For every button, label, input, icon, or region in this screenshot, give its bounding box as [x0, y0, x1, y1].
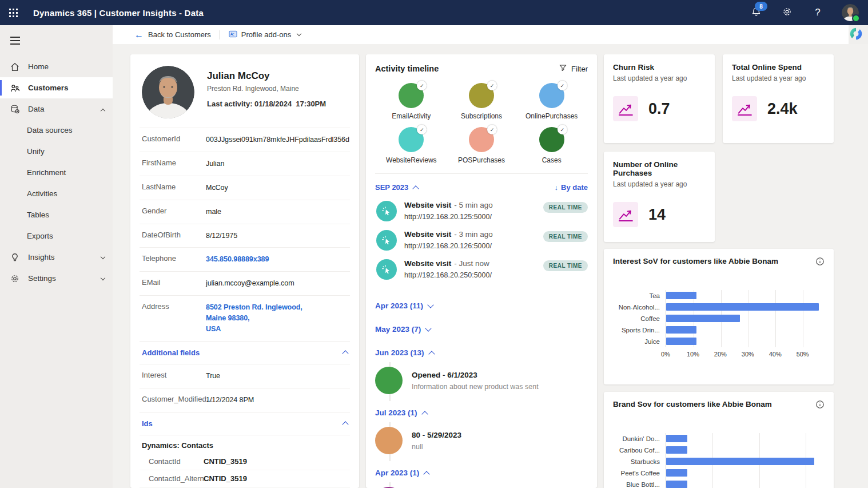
- activity-type-label: WebsiteReviews: [386, 156, 436, 164]
- waffle-icon[interactable]: [0, 0, 26, 25]
- ids-section-header[interactable]: Ids: [140, 412, 350, 435]
- back-label: Back to Customers: [148, 30, 211, 39]
- bar: [666, 446, 687, 454]
- field-value[interactable]: 345.850.98889x389: [206, 254, 269, 265]
- info-icon[interactable]: [815, 257, 825, 266]
- hamburger-menu-button[interactable]: [0, 25, 21, 56]
- line-chart-icon: [613, 202, 638, 227]
- entry-description: null: [412, 443, 461, 451]
- settings-gear-button[interactable]: [780, 6, 794, 19]
- field-value[interactable]: 8502 Preston Rd. Inglewood,Maine 98380,U…: [206, 302, 302, 335]
- sidebar-item-insights[interactable]: Insights: [0, 247, 113, 268]
- id-row-contactid: ContactIdCNTID_3519: [140, 453, 350, 470]
- field-label: DateOfBirth: [142, 231, 206, 239]
- field-label: Customer_Modified...: [142, 395, 206, 403]
- presence-dot: [852, 14, 860, 22]
- sidebar-item-activities[interactable]: Activities: [0, 183, 113, 204]
- activity-type-circle: ✓: [469, 127, 494, 152]
- month-group-may-2023-7[interactable]: May 2023 (7): [375, 318, 588, 341]
- field-label: Interest: [142, 371, 206, 379]
- category-label: Juice: [613, 336, 666, 347]
- entry-url[interactable]: http://192.168.20.125:5000/: [404, 213, 543, 221]
- chevron-down-icon: [96, 274, 105, 283]
- help-button[interactable]: ?: [811, 6, 825, 19]
- realtime-badge: REAL TIME: [543, 202, 588, 213]
- month-group-apr-2023-1[interactable]: Apr 2023 (1): [375, 461, 588, 485]
- month-entry[interactable]: [375, 485, 588, 488]
- sidebar-item-label: Exports: [27, 232, 53, 240]
- activity-type-subscriptions[interactable]: ✓Subscriptions: [447, 83, 517, 120]
- info-icon[interactable]: [815, 400, 825, 409]
- additional-fields-section-header[interactable]: Additional fields: [140, 341, 350, 364]
- sidebar-item-exports[interactable]: Exports: [0, 225, 113, 247]
- entry-time: - 3 min ago: [454, 230, 493, 239]
- check-icon: ✓: [558, 81, 567, 90]
- copilot-icon: [849, 26, 863, 43]
- month-label: Apr 2023 (11): [375, 301, 423, 310]
- sidebar-item-label: Customers: [28, 84, 69, 92]
- category-label: Non-Alcohol...: [613, 301, 666, 313]
- timeline-entry[interactable]: Website visit- 5 min agohttp://192.168.2…: [375, 196, 588, 225]
- axis-tick-label: 50%: [797, 351, 809, 358]
- month-group-apr-2023-11[interactable]: Apr 2023 (11): [375, 294, 588, 318]
- field-value: 003JJgssei091km78mkfeJHFpdilaasFrdl356d: [206, 134, 349, 145]
- notifications-button[interactable]: 8: [749, 6, 763, 19]
- month-group-jul-2023-1[interactable]: Jul 2023 (1): [375, 401, 588, 424]
- id-value: CNTID_3519: [204, 457, 247, 466]
- filter-button[interactable]: Filter: [559, 64, 588, 74]
- entry-url[interactable]: http://192.168.20.250:5000/: [404, 271, 543, 279]
- bar: [666, 458, 814, 465]
- timeline-entry[interactable]: Website visit- Just nowhttp://192.168.20…: [375, 255, 588, 284]
- additional-fields-rows: InterestTrueCustomer_Modified...1/12/202…: [140, 364, 350, 412]
- sidebar-item-settings[interactable]: Settings: [0, 268, 113, 289]
- sidebar-item-label: Tables: [27, 211, 49, 219]
- sidebar-item-tables[interactable]: Tables: [0, 204, 113, 225]
- activity-type-pospurchases[interactable]: ✓POSPurchases: [447, 127, 517, 164]
- axis-tick-label: 30%: [742, 351, 754, 358]
- activity-type-emailactivity[interactable]: ✓EmailActivity: [376, 83, 447, 120]
- timeline-title: Activity timeline: [375, 64, 439, 73]
- activity-type-onlinepurchases[interactable]: ✓OnlinePurchases: [516, 83, 587, 120]
- sidebar-item-customers[interactable]: Customers: [0, 77, 113, 98]
- profile-addons-label: Profile add-ons: [241, 30, 291, 39]
- entry-title: 80 - 5/29/2023: [412, 431, 461, 439]
- axis-tick-label: 40%: [769, 351, 782, 358]
- sort-by-date-button[interactable]: ↓ By date: [555, 183, 588, 192]
- sidebar-item-home[interactable]: Home: [0, 56, 113, 77]
- sidebar-item-data-sources[interactable]: Data sources: [0, 120, 113, 141]
- field-value-line: 8502 Preston Rd. Inglewood,: [206, 302, 302, 313]
- category-label: Starbucks: [613, 456, 666, 467]
- help-icon: ?: [815, 7, 820, 18]
- activity-type-websitereviews[interactable]: ✓WebsiteReviews: [376, 127, 447, 164]
- profile-addons-button[interactable]: A: Profile add-ons: [229, 30, 301, 40]
- bar: [666, 435, 687, 442]
- month-group-jun-2023-13[interactable]: Jun 2023 (13): [375, 341, 588, 364]
- customer-profile-card: Julian McCoy Preston Rd. Inglewood, Main…: [130, 54, 359, 488]
- timeline-entry[interactable]: Website visit- 3 min agohttp://192.168.2…: [375, 225, 588, 255]
- entry-url[interactable]: http://192.168.20.126:5000/: [404, 242, 543, 250]
- chevron-up-icon: [96, 105, 105, 113]
- filter-icon: [559, 64, 567, 74]
- entry-description: Information about new product was sent: [412, 383, 539, 391]
- kpi-value: 0.7: [648, 100, 670, 118]
- month-entry[interactable]: Opened - 6/1/2023Information about new p…: [375, 364, 588, 401]
- sidebar-item-unify[interactable]: Unify: [0, 141, 113, 162]
- entry-title: Website visit: [404, 230, 451, 239]
- activity-type-label: OnlinePurchases: [525, 112, 578, 120]
- sidebar-item-data[interactable]: Data: [0, 98, 113, 120]
- additional-fields-title: Additional fields: [142, 348, 200, 357]
- arrow-down-icon: ↓: [555, 183, 559, 192]
- kpi-card-churn-risk: Churn RiskLast updated a year ago0.7: [604, 54, 715, 143]
- month-entry[interactable]: 80 - 5/29/2023null: [375, 424, 588, 461]
- group-sep-2023[interactable]: SEP 2023: [375, 183, 418, 192]
- month-label: May 2023 (7): [375, 325, 421, 334]
- chevron-down-icon: [297, 31, 301, 35]
- month-label: Jul 2023 (1): [375, 408, 417, 417]
- user-avatar[interactable]: [842, 4, 859, 21]
- activity-type-cases[interactable]: ✓Cases: [516, 127, 587, 164]
- back-to-customers-button[interactable]: ← Back to Customers: [134, 30, 211, 39]
- activity-type-circle: ✓: [399, 127, 424, 152]
- kpi-card-total-online-spend: Total Online SpendLast updated a year ag…: [723, 54, 834, 143]
- sidebar-item-enrichment[interactable]: Enrichment: [0, 162, 113, 183]
- copilot-button[interactable]: [849, 25, 868, 44]
